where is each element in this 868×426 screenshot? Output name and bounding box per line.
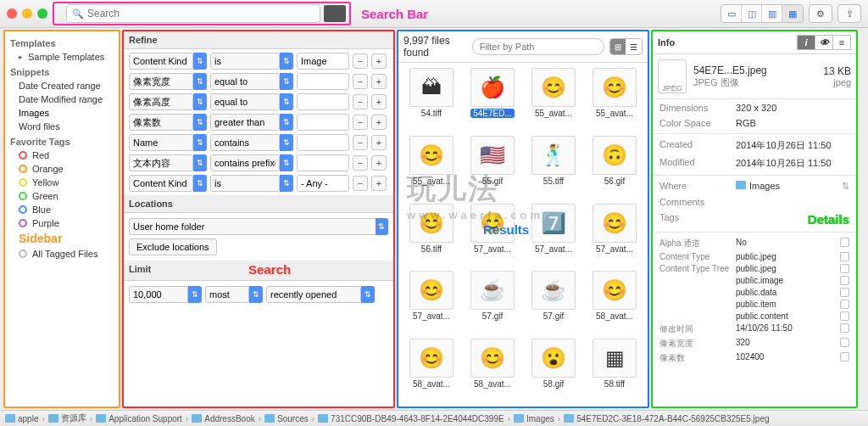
checkbox[interactable] — [840, 300, 849, 309]
refine-value-input[interactable] — [297, 114, 349, 131]
refine-field-select[interactable] — [129, 73, 193, 90]
add-row-button[interactable]: + — [371, 155, 387, 171]
remove-row-button[interactable]: − — [353, 135, 368, 150]
view-mode-segmented[interactable]: ⊞ ☰ — [609, 38, 643, 55]
path-segment[interactable]: 54E7ED2C-3E18-472A-B44C-56925CB325E5.jpe… — [564, 414, 769, 423]
where-value[interactable]: Images⇅ — [736, 181, 849, 192]
menu-tab-icon[interactable]: ≡ — [832, 35, 851, 50]
result-item[interactable]: 🙃 56.gif — [587, 136, 643, 199]
refine-value-input[interactable] — [297, 134, 349, 151]
sidebar-tag-orange[interactable]: Orange — [10, 162, 114, 176]
result-item[interactable]: 😊 56.tiff — [403, 204, 459, 266]
chevron-updown-icon[interactable]: ⇅ — [280, 134, 293, 151]
chevron-updown-icon[interactable]: ⇅ — [193, 114, 207, 131]
minimize-icon[interactable] — [22, 8, 32, 19]
add-row-button[interactable]: + — [371, 135, 387, 150]
sidebar-item-word-files[interactable]: Word files — [10, 120, 114, 133]
exclude-locations-button[interactable]: Exclude locations — [129, 238, 217, 255]
checkbox[interactable] — [840, 252, 849, 261]
chevron-updown-icon[interactable]: ⇅ — [193, 134, 207, 151]
chevron-updown-icon[interactable]: ⇅ — [280, 114, 293, 131]
chevron-updown-icon[interactable]: ⇅ — [249, 286, 263, 303]
chevron-updown-icon[interactable]: ⇅ — [193, 73, 207, 90]
add-row-button[interactable]: + — [371, 74, 387, 89]
chevron-updown-icon[interactable]: ⇅ — [280, 93, 293, 110]
add-row-button[interactable]: + — [371, 176, 387, 191]
result-item[interactable]: ▦ 58.tiff — [587, 339, 643, 401]
layout-1-icon[interactable]: ▭ — [721, 5, 742, 22]
filter-path-input[interactable] — [472, 38, 604, 55]
sidebar-tag-blue[interactable]: Blue — [10, 203, 114, 216]
chevron-updown-icon[interactable]: ⇅ — [280, 73, 293, 90]
search-input[interactable] — [87, 8, 314, 20]
grid-view-icon[interactable]: ⊞ — [610, 39, 626, 54]
refine-op-select[interactable] — [210, 114, 280, 131]
path-segment[interactable]: Sources — [264, 414, 309, 423]
path-segment[interactable]: apple — [5, 414, 38, 423]
result-item[interactable]: ☕ 57.gif — [465, 271, 520, 334]
list-view-icon[interactable]: ☰ — [626, 39, 642, 54]
sidebar-tag-green[interactable]: Green — [10, 189, 114, 203]
result-item[interactable]: 😮 58.gif — [526, 339, 581, 401]
result-item[interactable]: 😊 55_avat... — [587, 68, 643, 131]
chevron-updown-icon[interactable]: ⇅ — [842, 181, 849, 192]
layout-2-icon[interactable]: ◫ — [742, 5, 762, 22]
chevron-updown-icon[interactable]: ⇅ — [188, 286, 202, 303]
chevron-updown-icon[interactable]: ⇅ — [376, 218, 388, 235]
result-item[interactable]: 😊 55_avat... — [526, 68, 581, 131]
refine-op-select[interactable] — [210, 93, 280, 110]
refine-field-select[interactable] — [129, 154, 193, 171]
refine-field-select[interactable] — [129, 175, 193, 192]
path-segment[interactable]: Application Support — [96, 414, 182, 423]
sidebar-item-date-created[interactable]: Date Created range — [10, 79, 114, 92]
add-row-button[interactable]: + — [371, 115, 387, 130]
add-row-button[interactable]: + — [371, 94, 387, 109]
checkbox[interactable] — [840, 311, 849, 321]
checkbox[interactable] — [840, 288, 849, 297]
refine-op-select[interactable] — [210, 134, 280, 151]
refine-op-select[interactable] — [210, 175, 280, 192]
gear-icon[interactable]: ⚙ — [809, 4, 832, 23]
path-segment[interactable]: 资源库 — [48, 412, 86, 424]
result-item[interactable]: 🕺 55.tiff — [526, 136, 581, 199]
remove-row-button[interactable]: − — [353, 176, 368, 191]
path-bar[interactable]: apple›资源库›Application Support›AddressBoo… — [0, 410, 868, 426]
limit-order-select[interactable] — [266, 286, 361, 303]
sidebar-item-all-tagged[interactable]: All Tagged Files — [10, 247, 114, 261]
share-icon[interactable]: ⇪ — [837, 4, 861, 23]
sidebar-tag-yellow[interactable]: Yellow — [10, 176, 114, 189]
remove-row-button[interactable]: − — [353, 94, 368, 109]
chevron-updown-icon[interactable]: ⇅ — [280, 154, 293, 171]
info-tab-icon[interactable]: i — [797, 35, 815, 50]
limit-count-select[interactable] — [129, 286, 188, 303]
result-item[interactable]: 😊 57_avat... — [403, 271, 459, 334]
layout-4-icon[interactable]: ▦ — [782, 5, 803, 22]
search-field-wrap[interactable]: 🔍 — [66, 4, 320, 23]
result-item[interactable]: 7️⃣ 57_avat... — [526, 204, 581, 266]
result-item[interactable]: 🇺🇸 55.gif — [465, 136, 520, 199]
result-item[interactable]: 😊 58_avat... — [587, 271, 643, 334]
remove-row-button[interactable]: − — [353, 74, 368, 89]
refine-field-select[interactable] — [129, 114, 193, 131]
refine-field-select[interactable] — [129, 53, 193, 70]
refine-op-select[interactable] — [210, 154, 280, 171]
checkbox[interactable] — [840, 323, 849, 333]
refine-field-select[interactable] — [129, 134, 193, 151]
path-segment[interactable]: 731CC90B-DB49-4643-8F14-2E4044DC399E — [318, 414, 504, 423]
sidebar-tag-purple[interactable]: Purple — [10, 216, 114, 230]
checkbox[interactable] — [840, 338, 849, 347]
layout-segmented[interactable]: ▭ ◫ ▥ ▦ — [721, 4, 804, 23]
result-item[interactable]: 😊 58_avat... — [465, 339, 520, 401]
sidebar-item-date-modified[interactable]: Date Modified range — [10, 92, 114, 106]
chevron-updown-icon[interactable]: ⇅ — [193, 175, 207, 192]
search-scope-button[interactable] — [324, 5, 346, 22]
result-item[interactable]: 😊 55_avat... — [403, 136, 459, 199]
limit-mode-select[interactable] — [205, 286, 249, 303]
location-select[interactable] — [129, 218, 379, 235]
refine-value-input[interactable] — [297, 73, 349, 90]
remove-row-button[interactable]: − — [353, 155, 368, 171]
refine-op-select[interactable] — [210, 53, 280, 70]
chevron-updown-icon[interactable]: ⇅ — [280, 53, 293, 70]
sidebar-item-sample-templates[interactable]: ▸Sample Templates — [10, 50, 114, 64]
sidebar-item-images[interactable]: Images — [10, 106, 114, 120]
